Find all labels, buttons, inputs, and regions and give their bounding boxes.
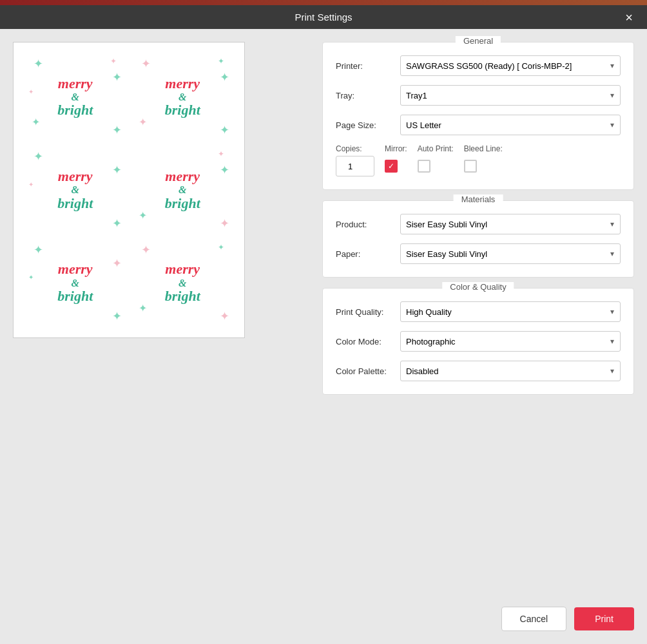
materials-section-label: Materials	[454, 194, 503, 204]
general-section-label: General	[456, 36, 501, 46]
sparkle-14: ✦	[28, 181, 34, 188]
preview-item-4: ✦ ✦ ✦ ✦ merry & bright	[131, 145, 235, 234]
close-button[interactable]: ×	[621, 10, 637, 25]
sparkle-21: ✦	[112, 256, 122, 270]
preview-item-1: ✦ ✦ ✦ ✦ ✦ ✦ merry & bright	[23, 52, 128, 142]
product-label: Product:	[336, 220, 400, 229]
sparkle-12: ✦	[34, 149, 43, 164]
color-mode-select-wrapper: Photographic	[400, 331, 621, 352]
merry-text-6: merry & bright	[165, 261, 200, 304]
tray-label: Tray:	[336, 91, 400, 100]
sparkle-2: ✦	[110, 57, 117, 66]
sparkle-23: ✦	[112, 309, 122, 323]
print-button[interactable]: Print	[574, 607, 634, 630]
auto-print-checkbox[interactable]	[418, 160, 430, 173]
sparkle-13: ✦	[112, 163, 122, 177]
color-palette-select[interactable]: Disabled	[400, 361, 621, 381]
sparkle-1: ✦	[34, 57, 43, 71]
merry-text-4: merry & bright	[165, 169, 200, 211]
page-size-select-wrapper: US Letter	[400, 115, 621, 135]
dialog-titlebar: Print Settings ×	[0, 5, 647, 29]
paper-select[interactable]: Siser Easy Subli Vinyl	[400, 243, 621, 264]
sparkle-19: ✦	[220, 216, 229, 231]
preview-item-3: ✦ ✦ ✦ ✦ merry & bright	[23, 145, 128, 234]
print-quality-label: Print Quality:	[336, 307, 400, 317]
printer-select[interactable]: SAWGRASS SG500 (Ready) [ Coris-MBP-2]	[400, 55, 621, 76]
settings-panel: General Printer: SAWGRASS SG500 (Ready) …	[322, 42, 634, 627]
sparkle-20: ✦	[34, 243, 43, 257]
color-palette-row: Color Palette: Disabled	[336, 361, 621, 381]
color-mode-row: Color Mode: Photographic	[336, 331, 621, 352]
extra-fields-row: Copies: Mirror: Auto Print: Bleed Line:	[336, 144, 621, 176]
printer-select-wrapper: SAWGRASS SG500 (Ready) [ Coris-MBP-2]	[400, 55, 621, 76]
page-size-label: Page Size:	[336, 120, 400, 130]
tray-select[interactable]: Tray1	[400, 85, 621, 106]
print-quality-row: Print Quality: High Quality	[336, 301, 621, 322]
color-palette-label: Color Palette:	[336, 366, 400, 376]
color-quality-section: Color & Quality Print Quality: High Qual…	[322, 288, 634, 395]
dialog-title: Print Settings	[295, 12, 352, 23]
sparkle-4: ✦	[28, 88, 34, 95]
copies-label: Copies:	[336, 144, 362, 153]
merry-text-3: merry & bright	[57, 169, 93, 211]
sparkle-26: ✦	[139, 302, 147, 314]
color-quality-section-label: Color & Quality	[442, 282, 514, 292]
preview-item-2: ✦ ✦ ✦ ✦ ✦ merry & bright	[131, 52, 235, 142]
paper-select-wrapper: Siser Easy Subli Vinyl	[400, 243, 621, 264]
merry-text-1: merry & bright	[57, 76, 93, 118]
color-mode-label: Color Mode:	[336, 337, 400, 346]
color-palette-select-wrapper: Disabled	[400, 361, 621, 381]
mirror-label: Mirror:	[385, 144, 407, 153]
bleed-line-checkbox[interactable]	[464, 160, 477, 173]
product-row: Product: Siser Easy Subli Vinyl	[336, 214, 621, 234]
preview-item-6: ✦ ✦ ✦ ✦ merry & bright	[131, 238, 235, 328]
sparkle-8: ✦	[218, 57, 224, 66]
tray-select-wrapper: Tray1	[400, 85, 621, 106]
mirror-checkbox[interactable]	[385, 160, 398, 173]
print-quality-select-wrapper: High Quality	[400, 301, 621, 322]
sparkle-9: ✦	[220, 70, 229, 84]
sparkle-27: ✦	[220, 309, 229, 323]
sparkle-16: ✦	[218, 149, 224, 158]
merry-text-2: merry & bright	[165, 76, 200, 118]
preview-item-5: ✦ ✦ ✦ ✦ merry & bright	[23, 238, 128, 328]
sparkle-24: ✦	[141, 243, 151, 257]
sparkle-22: ✦	[28, 274, 34, 281]
preview-panel: ✦ ✦ ✦ ✦ ✦ ✦ merry & bright ✦ ✦	[13, 42, 309, 627]
product-select[interactable]: Siser Easy Subli Vinyl	[400, 214, 621, 234]
sparkle-10: ✦	[139, 116, 147, 128]
page-size-row: Page Size: US Letter	[336, 115, 621, 135]
dialog-footer: Cancel Print	[501, 607, 634, 631]
sparkle-11: ✦	[220, 123, 229, 137]
tray-row: Tray: Tray1	[336, 85, 621, 106]
sparkle-15: ✦	[112, 216, 122, 231]
product-select-wrapper: Siser Easy Subli Vinyl	[400, 214, 621, 234]
bleed-line-label: Bleed Line:	[464, 144, 503, 153]
cancel-button[interactable]: Cancel	[501, 607, 567, 631]
printer-label: Printer:	[336, 61, 400, 71]
print-preview: ✦ ✦ ✦ ✦ ✦ ✦ merry & bright ✦ ✦	[13, 42, 245, 338]
color-mode-select[interactable]: Photographic	[400, 331, 621, 352]
bleed-line-group: Bleed Line:	[464, 144, 503, 173]
sparkle-5: ✦	[32, 116, 40, 128]
merry-text-5: merry & bright	[57, 261, 93, 304]
paper-row: Paper: Siser Easy Subli Vinyl	[336, 243, 621, 264]
materials-section: Materials Product: Siser Easy Subli Viny…	[322, 200, 634, 278]
sparkle-6: ✦	[112, 123, 122, 137]
page-size-select[interactable]: US Letter	[400, 115, 621, 135]
sparkle-25: ✦	[218, 243, 224, 252]
copies-group: Copies:	[336, 144, 374, 176]
paper-label: Paper:	[336, 249, 400, 259]
general-section: General Printer: SAWGRASS SG500 (Ready) …	[322, 42, 634, 190]
sparkle-3: ✦	[112, 70, 122, 84]
auto-print-group: Auto Print:	[418, 144, 454, 173]
sparkle-18: ✦	[139, 209, 147, 222]
print-quality-select[interactable]: High Quality	[400, 301, 621, 322]
mirror-group: Mirror:	[385, 144, 407, 173]
sparkle-7: ✦	[141, 57, 151, 71]
copies-input[interactable]	[336, 156, 374, 176]
printer-row: Printer: SAWGRASS SG500 (Ready) [ Coris-…	[336, 55, 621, 76]
sparkle-17: ✦	[220, 163, 229, 177]
auto-print-label: Auto Print:	[418, 144, 454, 153]
